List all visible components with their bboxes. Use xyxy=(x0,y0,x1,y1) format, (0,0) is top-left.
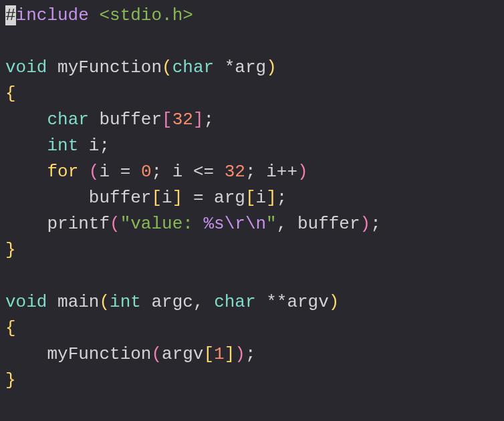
string-literal: " xyxy=(266,214,277,234)
angle-close: > xyxy=(182,5,193,25)
lparen: ( xyxy=(99,292,110,312)
inc-op: ++ xyxy=(277,162,297,182)
lbracket: [ xyxy=(245,188,256,208)
open-brace: { xyxy=(5,318,16,338)
semicolon: ; xyxy=(370,214,381,234)
init-var: i xyxy=(99,162,110,182)
close-brace: } xyxy=(5,240,16,260)
var-name: i xyxy=(89,136,100,156)
rbracket: ] xyxy=(172,188,183,208)
rbracket: ] xyxy=(193,110,204,130)
rparen: ) xyxy=(266,57,277,78)
assign-op: = xyxy=(193,188,204,208)
code-line: } xyxy=(5,370,16,390)
code-line: myFunction(argv[1]); xyxy=(5,344,256,364)
rbracket: ] xyxy=(266,188,277,208)
limit-value: 32 xyxy=(225,162,245,182)
rparen: ) xyxy=(235,344,245,364)
lparen: ( xyxy=(151,344,162,364)
lbracket: [ xyxy=(151,188,162,208)
code-line: { xyxy=(5,84,16,104)
code-line: for (i = 0; i <= 32; i++) xyxy=(5,162,308,182)
function-call: printf xyxy=(47,214,110,234)
index-value: 1 xyxy=(214,344,225,364)
cond-var: i xyxy=(172,162,183,182)
return-type: void xyxy=(5,57,47,78)
code-line: { xyxy=(5,318,16,338)
comma: , xyxy=(193,292,204,312)
pointer-stars: ** xyxy=(266,292,287,312)
code-line: char buffer[32]; xyxy=(5,110,214,130)
angle-open: < xyxy=(89,5,110,25)
compare-op: <= xyxy=(193,162,214,182)
return-type: void xyxy=(5,292,47,312)
format-specifier: %s\r\n xyxy=(203,214,266,234)
param-name: argc xyxy=(151,292,193,312)
param-type: char xyxy=(214,292,255,312)
preproc-hash: # xyxy=(5,5,16,25)
code-line: printf("value: %s\r\n", buffer); xyxy=(5,214,381,234)
var-name: buffer xyxy=(99,110,162,130)
lbracket: [ xyxy=(162,110,172,130)
code-line: int i; xyxy=(5,136,110,156)
semicolon: ; xyxy=(245,344,256,364)
assign-op: = xyxy=(120,162,131,182)
pointer-star: * xyxy=(225,57,235,78)
function-call: myFunction xyxy=(47,344,151,364)
close-brace: } xyxy=(5,370,16,390)
param-name: argv xyxy=(287,292,328,312)
semicolon: ; xyxy=(99,136,110,156)
param-type: char xyxy=(172,57,214,78)
lhs-var: buffer xyxy=(89,188,152,208)
rbracket: ] xyxy=(225,344,235,364)
lbracket: [ xyxy=(203,344,214,364)
semicolon: ; xyxy=(277,188,287,208)
index-var: i xyxy=(162,188,172,208)
semicolon: ; xyxy=(204,110,215,130)
init-value: 0 xyxy=(141,162,152,182)
comma: , xyxy=(277,214,287,234)
lparen: ( xyxy=(89,162,100,182)
array-size: 32 xyxy=(172,110,193,130)
code-line: } xyxy=(5,240,16,260)
code-line: void main(int argc, char **argv) xyxy=(5,292,339,312)
include-keyword: include xyxy=(16,5,89,25)
lparen: ( xyxy=(162,57,172,78)
lparen: ( xyxy=(110,214,120,234)
var-type: int xyxy=(47,136,78,156)
function-name: main xyxy=(57,292,99,312)
rparen: ) xyxy=(297,162,308,182)
code-line: void myFunction(char *arg) xyxy=(5,57,277,78)
semicolon: ; xyxy=(152,162,162,182)
header-name: stdio.h xyxy=(110,5,182,25)
rparen: ) xyxy=(329,292,340,312)
function-name: myFunction xyxy=(57,57,162,78)
param-name: arg xyxy=(235,57,266,78)
string-literal: "value: xyxy=(120,214,204,234)
code-line: #include <stdio.h> xyxy=(5,5,193,25)
inc-var: i xyxy=(266,162,277,182)
for-keyword: for xyxy=(47,162,78,182)
arg-var: buffer xyxy=(297,214,360,234)
rparen: ) xyxy=(360,214,371,234)
semicolon: ; xyxy=(245,162,256,182)
param-type: int xyxy=(110,292,141,312)
var-type: char xyxy=(47,110,88,130)
index-var: i xyxy=(256,188,267,208)
open-brace: { xyxy=(5,84,16,104)
code-line: buffer[i] = arg[i]; xyxy=(5,188,287,208)
arg-var: argv xyxy=(162,344,203,364)
rhs-var: arg xyxy=(214,188,245,208)
code-block: #include <stdio.h> void myFunction(char … xyxy=(5,3,499,394)
